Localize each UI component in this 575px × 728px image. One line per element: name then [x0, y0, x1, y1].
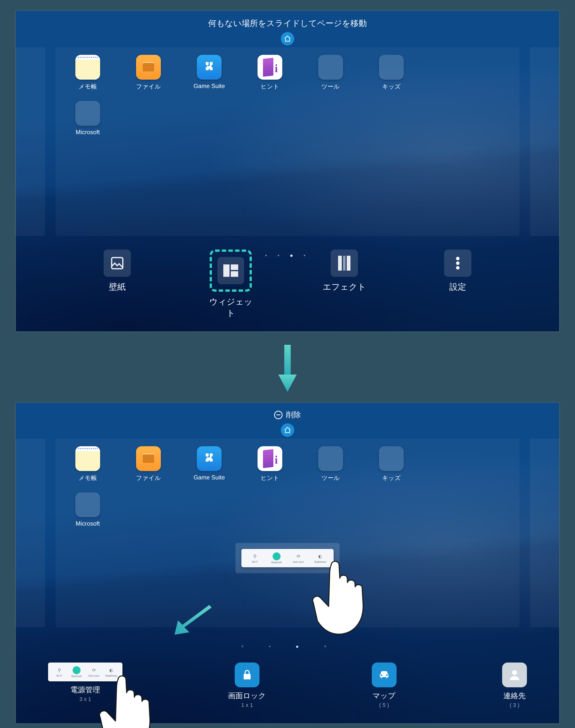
lock-icon [235, 663, 260, 687]
widget-screen-lock[interactable]: 画面ロック 1 x 1 [228, 663, 266, 708]
widget-power-manager[interactable]: ⚲Wi-Fi Bluetooth ⟳Auto-sync ◐Brightness … [48, 663, 123, 702]
app-memo[interactable]: メモ帳 [69, 55, 106, 91]
app-memo[interactable]: メモ帳 [69, 446, 106, 482]
svg-rect-1 [223, 264, 230, 277]
adjacent-page-right[interactable] [530, 439, 560, 627]
tablet-screen-editor: 何もない場所をスライドしてページを移動 メモ帳 ファイル Game Suite … [15, 10, 560, 333]
app-hints[interactable]: ヒント [251, 446, 289, 482]
widget-drop-preview[interactable]: ⚲Wi-Fi Bluetooth ⟳Auto-sync ◐Brightness [235, 543, 340, 573]
car-icon [372, 663, 397, 687]
adjacent-page-left[interactable] [15, 439, 45, 627]
flow-arrow-down-icon [278, 345, 297, 392]
home-indicator-icon [281, 32, 294, 45]
folder-kids[interactable]: キッズ [373, 55, 410, 91]
editor-effects[interactable]: エフェクト [319, 250, 369, 319]
drag-direction-arrow-icon [174, 602, 216, 636]
editor-settings[interactable]: 設定 [433, 250, 482, 319]
adjacent-page-left[interactable] [15, 48, 45, 236]
person-icon [502, 663, 527, 687]
svg-rect-4 [338, 256, 342, 271]
app-files[interactable]: ファイル [130, 446, 167, 482]
power-widget-preview: ⚲Wi-Fi Bluetooth ⟳Auto-sync ◐Brightness [48, 663, 123, 682]
folder-tools[interactable]: ツール [312, 446, 349, 482]
folder-microsoft[interactable]: Microsoft [69, 101, 106, 136]
delete-drop-target[interactable]: 削除 [16, 403, 559, 423]
svg-point-9 [456, 266, 460, 270]
app-gamesuite[interactable]: Game Suite [191, 55, 228, 91]
folder-tools[interactable]: ツール [312, 55, 349, 91]
app-gamesuite[interactable]: Game Suite [191, 446, 228, 482]
svg-rect-6 [347, 256, 350, 271]
editor-wallpaper[interactable]: 壁紙 [93, 250, 142, 319]
folder-microsoft[interactable]: Microsoft [69, 493, 106, 527]
svg-rect-0 [112, 258, 123, 269]
folder-kids[interactable]: キッズ [373, 446, 410, 482]
app-files[interactable]: ファイル [130, 55, 167, 91]
svg-rect-10 [284, 345, 291, 377]
current-home-page[interactable]: メモ帳 ファイル Game Suite ヒント ツール キッズ Microsof… [56, 48, 519, 236]
svg-point-7 [456, 257, 460, 260]
editor-widgets[interactable]: ウィジェット [206, 250, 256, 319]
svg-point-11 [512, 670, 517, 675]
svg-rect-5 [343, 256, 345, 271]
adjacent-page-right[interactable] [530, 48, 560, 236]
tablet-screen-widget-picker: 削除 メモ帳 ファイル Game Suite ヒント ツール キッズ Micro… [15, 402, 560, 724]
svg-rect-3 [231, 271, 238, 277]
widgets-highlight-frame [210, 250, 252, 292]
app-hints[interactable]: ヒント [251, 55, 289, 91]
remove-icon [274, 411, 282, 419]
svg-rect-2 [231, 264, 238, 270]
page-indicator: + • ● + [16, 644, 559, 650]
svg-point-8 [456, 261, 460, 265]
instruction-text: 何もない場所をスライドしてページを移動 [16, 11, 559, 32]
widget-maps[interactable]: マップ ( 5 ) [372, 663, 397, 708]
widget-contacts[interactable]: 連絡先 ( 3 ) [502, 663, 527, 708]
current-home-page[interactable]: メモ帳 ファイル Game Suite ヒント ツール キッズ Microsof… [56, 439, 519, 627]
home-indicator-icon [281, 423, 294, 437]
